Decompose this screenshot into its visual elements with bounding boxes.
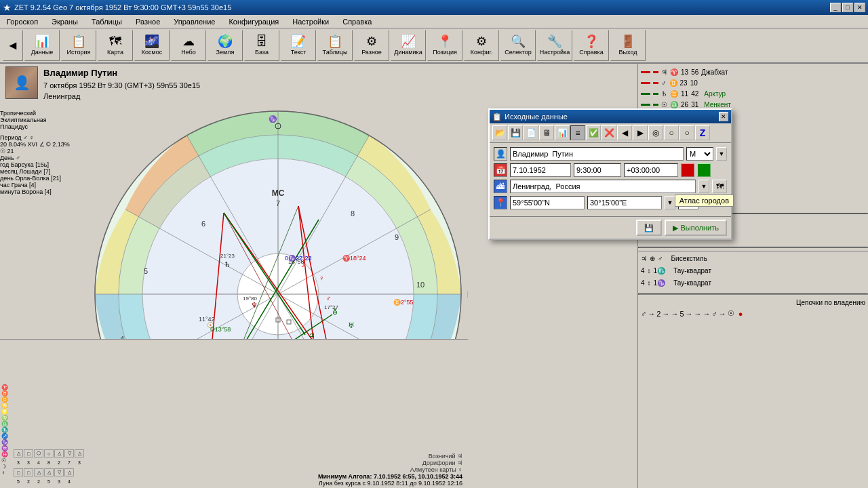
- menu-screens[interactable]: Экраны: [47, 16, 82, 27]
- city-input[interactable]: [510, 180, 696, 193]
- name-input[interactable]: [510, 147, 684, 161]
- date-clear-button[interactable]: [681, 163, 694, 177]
- execute-button[interactable]: ▶ Выполнить: [665, 220, 727, 236]
- svg-text:0♑22°23: 0♑22°23: [285, 254, 312, 262]
- dlg-check-button[interactable]: ✅: [586, 125, 601, 140]
- time-input[interactable]: [574, 163, 621, 177]
- position-icon: 📍: [437, 35, 452, 47]
- toolbar-dynamics-label: Динамика: [394, 49, 422, 56]
- city-row: 🏙 ▼ 🗺 Атлас городов: [494, 180, 727, 193]
- chain-1: ♂→2→→ 5→→→♂ →☉ ●: [641, 309, 865, 318]
- tables-icon: 📋: [328, 35, 342, 47]
- toolbar-dynamics[interactable]: 📈 Динамика: [391, 30, 426, 61]
- window-controls: _ □ ✕: [830, 3, 865, 12]
- maximize-button[interactable]: □: [842, 3, 853, 12]
- dlg-new-button[interactable]: 📄: [524, 125, 538, 140]
- city-icon: 🏙: [494, 180, 507, 193]
- chart-month: месяц Лошади [7]: [0, 168, 88, 175]
- toolbar-history[interactable]: 📋 История: [61, 30, 96, 61]
- person-photo: 👤: [5, 66, 38, 99]
- toolbar: ◄ 📊 Данные 📋 История 🗺 Карта 🌌 Космос ☁ …: [0, 28, 868, 64]
- calendar-icon: 📅: [494, 163, 507, 177]
- save-footer-button[interactable]: 💾: [636, 220, 662, 236]
- toolbar-cosmos-label: Космос: [142, 49, 162, 56]
- toolbar-position[interactable]: 📍 Позиция: [427, 30, 462, 61]
- timezone-input[interactable]: [624, 163, 678, 177]
- close-button[interactable]: ✕: [854, 3, 865, 12]
- back-button[interactable]: ◄: [3, 30, 23, 61]
- toolbar-text[interactable]: 📝 Текст: [281, 30, 316, 61]
- date-input[interactable]: [510, 163, 571, 177]
- exit-icon: 🚪: [620, 35, 635, 47]
- toolbar-help[interactable]: ❓ Справка: [574, 30, 609, 61]
- svg-text:♑: ♑: [269, 115, 277, 123]
- toolbar-map[interactable]: 🗺 Карта: [98, 30, 133, 61]
- svg-text:©13°58: ©13°58: [210, 326, 231, 333]
- toolbar-exit[interactable]: 🚪 Выход: [610, 30, 646, 61]
- toolbar-sky[interactable]: ☁ Небо: [171, 30, 206, 61]
- dlg-open-button[interactable]: 📂: [492, 125, 507, 140]
- aspects-section: ♃⊕♂ Бисекстиль 4↕1♏ Тау-квадрат 4↕1♑ Тау…: [638, 251, 868, 291]
- dlg-circle1-button[interactable]: ◎: [648, 125, 663, 140]
- toolbar-selector[interactable]: 🔍 Селектор: [500, 30, 536, 61]
- dlg-prev-button[interactable]: ◀: [617, 125, 632, 140]
- date-set-button[interactable]: [697, 163, 711, 177]
- planet-name-arktur: Арктур: [704, 90, 726, 98]
- help-icon: ❓: [584, 35, 599, 47]
- coord-arrow[interactable]: ▼: [665, 196, 675, 209]
- dlg-circle3-button[interactable]: ○: [679, 125, 694, 140]
- source-dialog[interactable]: 📋 Исходные данные ✕ 📂 💾 📄 🖥 📊 ≡ ✅ ❌ ◀ ▶ …: [488, 108, 732, 240]
- svg-text:8: 8: [351, 209, 355, 218]
- dlg-cross-button[interactable]: ❌: [601, 125, 616, 140]
- lon-input[interactable]: [587, 196, 662, 209]
- lat-input[interactable]: [510, 196, 585, 209]
- menu-control[interactable]: Управление: [170, 16, 219, 27]
- map-button[interactable]: 🗺: [712, 180, 727, 193]
- menu-help[interactable]: Справка: [338, 16, 376, 27]
- menu-settings[interactable]: Настройки: [288, 16, 333, 27]
- toolbar-misc[interactable]: ⚙ Разное: [354, 30, 389, 61]
- chart-year: год Барсука [15ь]: [0, 161, 88, 168]
- planet-name-jabhat: Джабхат: [701, 68, 728, 76]
- base-icon: 🗄: [256, 35, 268, 47]
- planet-symbol-mars: ♂: [661, 79, 667, 87]
- dlg-screen-button[interactable]: 🖥: [539, 125, 554, 140]
- dynamics-icon: 📈: [401, 35, 416, 47]
- toolbar-cosmos[interactable]: 🌌 Космос: [134, 30, 170, 61]
- dialog-close-button[interactable]: ✕: [719, 112, 728, 121]
- svg-text:5: 5: [144, 267, 148, 275]
- menu-config[interactable]: Конфигурация: [224, 16, 283, 27]
- menu-tables[interactable]: Таблицы: [87, 16, 126, 27]
- gender-select[interactable]: M F: [686, 147, 713, 161]
- toolbar-data-label: Данные: [31, 49, 54, 56]
- dlg-next-button[interactable]: ▶: [633, 125, 648, 140]
- misc-icon: ⚙: [366, 35, 377, 47]
- toolbar-konfig[interactable]: ⚙ Конфиг.: [464, 30, 499, 61]
- dialog-title-text: Исходные данные: [505, 113, 568, 121]
- dlg-list-button[interactable]: ≡: [570, 125, 585, 140]
- toolbar-tables[interactable]: 📋 Таблицы: [317, 30, 353, 61]
- dlg-save-button[interactable]: 💾: [508, 125, 523, 140]
- dlg-circle2-button[interactable]: ○: [664, 125, 679, 140]
- datetime-row: 📅: [494, 163, 727, 177]
- bottom-aspect-grid: ♈♉♊♋♌♍ ♎♏♐♑♒♓ ☉☽♀ △ □ ⬡: [0, 339, 468, 488]
- gender-arrow[interactable]: ▼: [716, 147, 727, 161]
- toolbar-data[interactable]: 📊 Данные: [24, 30, 60, 61]
- aspect-type-1: Бисекстиль: [671, 253, 707, 265]
- toolbar-earth[interactable]: 🌍 Земля: [208, 30, 243, 61]
- toolbar-map-label: Карта: [107, 49, 123, 56]
- dlg-z-button[interactable]: Z: [695, 125, 710, 140]
- toolbar-base[interactable]: 🗄 База: [244, 30, 279, 61]
- minimize-button[interactable]: _: [830, 3, 841, 12]
- svg-text:9: 9: [395, 233, 399, 241]
- svg-text:♊2°55: ♊2°55: [393, 298, 414, 306]
- dlg-table-button[interactable]: 📊: [555, 125, 570, 140]
- menu-horoscope[interactable]: Гороскоп: [3, 16, 42, 27]
- menu-misc[interactable]: Разное: [132, 16, 164, 27]
- city-dropdown[interactable]: ▼: [698, 180, 709, 193]
- data-icon: 📊: [35, 35, 50, 47]
- toolbar-sky-label: Небо: [181, 49, 196, 56]
- person-name: Владимир Путин: [43, 66, 200, 80]
- toolbar-nastroyka[interactable]: 🔧 Настройка: [537, 30, 572, 61]
- chart-period-val: 20 8.04% XVI ∠ © 2.13%: [0, 141, 88, 148]
